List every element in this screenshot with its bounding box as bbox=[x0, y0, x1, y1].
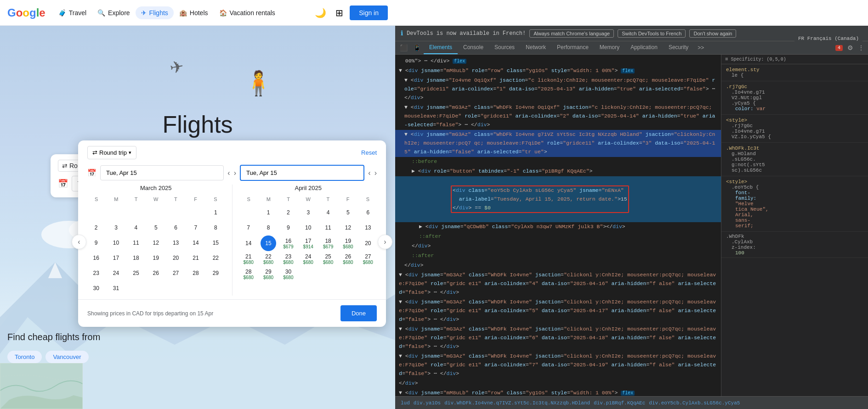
tree-line[interactable]: ▼ <div jsname="mG3Az" class="WhDFk Io4vn… bbox=[395, 297, 721, 325]
march-day-cell[interactable]: 6 bbox=[166, 220, 185, 235]
april-day-cell[interactable]: 12 bbox=[338, 220, 357, 235]
tab-console[interactable]: Console bbox=[458, 41, 489, 54]
march-day-cell[interactable]: 2 bbox=[86, 220, 106, 235]
march-day-cell[interactable]: 29 bbox=[206, 266, 225, 280]
dest-vancouver[interactable]: Vancouver bbox=[45, 351, 88, 363]
devtools-mobile-icon[interactable]: 📱 bbox=[410, 41, 424, 54]
april-day-cell[interactable]: 19$680 bbox=[338, 235, 357, 251]
calendar-next-month[interactable]: › bbox=[378, 235, 392, 249]
march-day-cell[interactable]: 30 bbox=[86, 281, 106, 296]
april-day-cell[interactable]: 30$680 bbox=[278, 267, 298, 281]
april-day-cell[interactable]: 7 bbox=[239, 220, 258, 235]
tab-memory[interactable]: Memory bbox=[594, 41, 625, 54]
march-day-cell[interactable]: 14 bbox=[186, 235, 205, 250]
tab-network[interactable]: Network bbox=[520, 41, 551, 54]
april-day-cell[interactable]: 16$679 bbox=[278, 235, 298, 251]
breadcrumb-div2[interactable]: div.WhDFk.Io4vne.q7IVZ.sYt5c.Ic3tq.NXzzq… bbox=[444, 400, 590, 406]
breadcrumb-div3[interactable]: div.p1BRqf.KQqAEc bbox=[594, 400, 645, 406]
tree-line[interactable]: 00%"> ⋯ </div> flex bbox=[395, 56, 721, 66]
april-day-cell[interactable]: 5 bbox=[338, 205, 357, 220]
april-day-cell[interactable]: 24$680 bbox=[299, 252, 318, 266]
tab-elements[interactable]: Elements bbox=[424, 41, 458, 54]
tree-line[interactable]: ▼ <div jsname="Io4vne OqiQxf" jsaction="… bbox=[395, 76, 721, 103]
april-day-cell[interactable]: 4 bbox=[318, 205, 338, 220]
tree-line[interactable]: </div> bbox=[395, 379, 721, 388]
tree-line[interactable]: ▼ <div jsname="mG3Az" class="WhDFk Io4vn… bbox=[395, 270, 721, 297]
april-day-cell[interactable]: 25$680 bbox=[318, 252, 338, 266]
march-day-cell[interactable]: 9 bbox=[86, 235, 106, 250]
cal-return-date[interactable]: Tue, Apr 15 bbox=[240, 165, 364, 181]
march-day-cell[interactable]: 17 bbox=[106, 251, 125, 265]
breadcrumb-div1[interactable]: div.ya1Os bbox=[414, 400, 441, 406]
devtools-inspect-icon[interactable]: ⬛ bbox=[397, 41, 410, 54]
tree-line[interactable]: </div> bbox=[395, 261, 721, 270]
tree-line[interactable]: ▼ <div jsname="mG3Az" class="WhDFk Io4vn… bbox=[395, 352, 721, 379]
devtools-settings-icon[interactable]: ⚙ bbox=[845, 42, 855, 53]
march-day-cell[interactable]: 26 bbox=[146, 266, 165, 280]
tree-line[interactable]: ::before bbox=[395, 157, 721, 167]
cal-next-return[interactable]: › bbox=[374, 169, 377, 177]
march-day-cell[interactable]: 27 bbox=[166, 266, 185, 280]
april-day-cell[interactable]: 10 bbox=[299, 220, 318, 235]
march-day-cell[interactable]: 28 bbox=[186, 266, 205, 280]
march-day-cell[interactable]: 13 bbox=[166, 235, 185, 250]
dest-toronto[interactable]: Toronto bbox=[7, 351, 42, 363]
april-day-cell[interactable]: 8 bbox=[259, 220, 278, 235]
march-day-cell[interactable]: 1 bbox=[206, 205, 225, 220]
tree-line[interactable]: ▼ <div jsname="mM8uLb" role="row" class=… bbox=[395, 66, 721, 76]
march-day-cell[interactable]: 16 bbox=[86, 251, 106, 265]
march-day-cell[interactable]: 20 bbox=[166, 251, 185, 265]
march-day-cell[interactable]: 4 bbox=[126, 220, 146, 235]
dont-show-again-btn[interactable]: Don't show again bbox=[689, 29, 736, 38]
april-day-cell[interactable]: 13 bbox=[358, 220, 378, 235]
cal-prev-return[interactable]: ‹ bbox=[368, 169, 370, 177]
april-day-cell[interactable]: 22$680 bbox=[259, 252, 278, 266]
cal-departure-date[interactable]: Tue, Apr 15 bbox=[100, 165, 224, 180]
nav-travel[interactable]: 🧳 Travel bbox=[53, 6, 92, 19]
tree-line[interactable]: ▶ <div jsname="qCDwBb" class="CylAxb n3q… bbox=[395, 222, 721, 232]
april-day-cell[interactable]: 1 bbox=[259, 205, 278, 220]
march-day-cell[interactable]: 22 bbox=[206, 251, 225, 265]
devtools-more-icon[interactable]: ⋮ bbox=[856, 42, 866, 53]
apps-grid-button[interactable]: ⊞ bbox=[333, 5, 346, 21]
april-day-cell[interactable]: 29$680 bbox=[259, 267, 278, 281]
nav-explore[interactable]: 🔍 Explore bbox=[92, 6, 135, 19]
march-day-cell[interactable]: 31 bbox=[106, 281, 125, 296]
march-day-cell[interactable]: 5 bbox=[146, 220, 165, 235]
march-day-cell[interactable]: 8 bbox=[206, 220, 225, 235]
march-day-cell[interactable]: 25 bbox=[126, 266, 146, 280]
april-day-cell[interactable]: 23$680 bbox=[278, 252, 298, 266]
cal-round-trip-dropdown[interactable]: ⇄ Round trip ▾ bbox=[87, 146, 136, 159]
always-match-btn[interactable]: Always match Chrome's language bbox=[529, 29, 614, 38]
tree-line[interactable]: ▼ <div jsname="mG3Az" class="WhDFk Io4vn… bbox=[395, 103, 721, 130]
march-day-cell[interactable]: 11 bbox=[126, 235, 146, 250]
tab-more[interactable]: >> bbox=[694, 42, 708, 54]
april-day-cell[interactable]: 3 bbox=[299, 205, 318, 220]
march-day-cell[interactable]: 12 bbox=[146, 235, 165, 250]
april-day-cell[interactable]: 9 bbox=[278, 220, 298, 235]
breadcrumb-lud[interactable]: lud bbox=[401, 400, 410, 406]
april-day-cell[interactable]: 15 bbox=[261, 235, 276, 251]
april-day-cell[interactable]: 21$680 bbox=[239, 252, 258, 266]
tree-line[interactable]: ▼ <div jsname="mM8uLb" role="row" class=… bbox=[395, 388, 721, 396]
march-day-cell[interactable]: 10 bbox=[106, 235, 125, 250]
april-day-cell[interactable]: 14 bbox=[239, 235, 258, 251]
nav-vacation[interactable]: 🏠 Vacation rentals bbox=[214, 6, 281, 19]
dark-mode-button[interactable]: 🌙 bbox=[312, 5, 329, 21]
april-day-cell[interactable]: 6 bbox=[358, 205, 378, 220]
done-button[interactable]: Done bbox=[340, 305, 377, 321]
nav-flights[interactable]: ✈ Flights bbox=[136, 6, 174, 19]
tree-line[interactable]: ::after bbox=[395, 232, 721, 241]
tree-line[interactable]: ::after bbox=[395, 251, 721, 261]
tree-line[interactable]: </div> bbox=[395, 241, 721, 251]
april-day-cell[interactable]: 27$680 bbox=[358, 252, 378, 266]
march-day-cell[interactable]: 19 bbox=[146, 251, 165, 265]
march-day-cell[interactable]: 3 bbox=[106, 220, 125, 235]
march-day-cell[interactable]: 24 bbox=[106, 266, 125, 280]
switch-devtools-btn[interactable]: Switch DevTools to French bbox=[618, 29, 686, 38]
april-day-cell[interactable]: 26$680 bbox=[338, 252, 357, 266]
march-day-cell[interactable]: 18 bbox=[126, 251, 146, 265]
march-day-cell[interactable]: 15 bbox=[206, 235, 225, 250]
tree-line[interactable]: ▼ <div jsname="mG3Az" class="WhDFk Io4vn… bbox=[395, 325, 721, 352]
march-day-cell[interactable]: 21 bbox=[186, 251, 205, 265]
